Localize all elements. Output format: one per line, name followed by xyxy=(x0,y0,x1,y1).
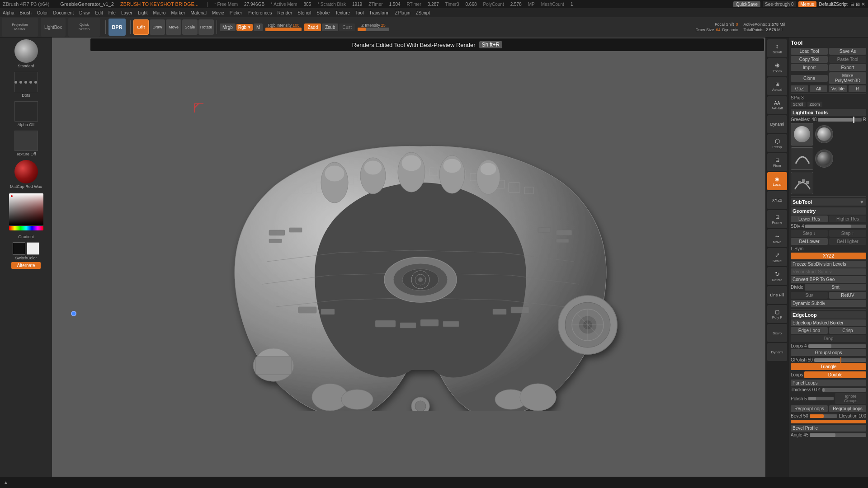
loops4-slider[interactable] xyxy=(808,344,866,348)
rgb-intensity-slider[interactable] xyxy=(265,28,302,31)
xyz2-btn[interactable]: XYZ2 xyxy=(791,253,866,259)
menu-macro[interactable]: Macro xyxy=(153,10,166,15)
menus-button[interactable]: Menus xyxy=(798,1,816,7)
projection-master-btn[interactable]: ProjectionMaster xyxy=(2,18,38,37)
regrouploops2-btn[interactable]: RegroupLoops xyxy=(829,405,866,412)
bridge-label[interactable]: ZBRUSH TO KEYSHOT BRIDGE... xyxy=(120,1,198,7)
double-btn[interactable]: Double xyxy=(804,371,866,378)
thickness-slider[interactable] xyxy=(822,388,866,392)
step-up-btn[interactable]: Step ↑ xyxy=(829,230,866,237)
cust-btn[interactable]: Cust xyxy=(339,23,355,31)
alpha-dots-preview[interactable] xyxy=(14,72,38,92)
panel-loops-btn[interactable]: Panel Loops xyxy=(791,380,866,386)
zoom-icon-btn[interactable]: ⊕ Zoom xyxy=(767,58,787,76)
menu-alpha[interactable]: Alpha xyxy=(3,10,14,15)
menu-zplugin[interactable]: ZPlugin xyxy=(395,10,410,15)
triangle-btn[interactable]: Triangle xyxy=(791,363,866,370)
rotate-btn[interactable]: Rotate xyxy=(198,19,214,35)
black-swatch[interactable] xyxy=(13,242,25,255)
rgb-select-btn[interactable]: Rgb ▼ xyxy=(236,24,253,31)
persp-icon-btn[interactable]: ⬡ Persp xyxy=(767,134,787,152)
zoom-btn[interactable]: Zoom xyxy=(807,102,822,107)
all-btn[interactable]: All xyxy=(810,85,827,92)
move-btn[interactable]: Move xyxy=(166,19,181,35)
defaultzscript-button[interactable]: DefaultZScript xyxy=(819,2,848,7)
dynamic2-icon-btn[interactable]: Dynami xyxy=(767,343,787,361)
menu-color[interactable]: Color xyxy=(37,10,48,15)
ignore-groups-btn[interactable]: Ignore Groups xyxy=(835,393,866,404)
menu-movie[interactable]: Movie xyxy=(212,10,224,15)
geometry-section-title[interactable]: Geometry xyxy=(791,207,866,215)
del-higher-btn[interactable]: Del Higher xyxy=(829,238,866,245)
mrgb-btn[interactable]: Mrgb xyxy=(220,23,236,31)
color-picker[interactable] xyxy=(9,193,43,225)
menu-light[interactable]: Light xyxy=(138,10,148,15)
smt-btn[interactable]: Smt xyxy=(805,284,866,291)
step-down-btn[interactable]: Step ↓ xyxy=(791,230,828,237)
local-icon-btn[interactable]: ◉ Local xyxy=(767,172,787,190)
lightbox-btn[interactable]: LightBox xyxy=(41,18,66,37)
eraser-brush-thumb[interactable] xyxy=(791,147,813,170)
regrouploops-btn[interactable]: RegroupLoops xyxy=(791,405,828,412)
save-as-btn[interactable]: Save As xyxy=(829,48,866,55)
goz-btn[interactable]: GoZ xyxy=(791,85,808,92)
seethrough-control[interactable]: See-through 0 xyxy=(763,1,795,7)
viewport[interactable] xyxy=(52,38,789,477)
draw-size-control[interactable]: Draw Size 64 Dynamic xyxy=(695,28,738,32)
menu-zscript[interactable]: ZScript xyxy=(416,10,430,15)
higher-res-btn[interactable]: Higher Res xyxy=(829,216,866,222)
simple-brush-thumb[interactable] xyxy=(791,123,813,145)
m-btn[interactable]: M xyxy=(254,23,263,31)
z-intensity-slider[interactable] xyxy=(358,28,389,31)
hue-bar[interactable] xyxy=(9,226,43,230)
del-lower-btn[interactable]: Del Lower xyxy=(791,238,828,245)
subtool-section-title[interactable]: SubTool ▼ xyxy=(791,198,866,206)
greebles-slider[interactable] xyxy=(818,118,862,122)
lower-res-btn[interactable]: Lower Res xyxy=(791,216,828,222)
material-preview[interactable] xyxy=(14,160,38,183)
menu-document[interactable]: Document xyxy=(53,10,74,15)
drop-btn[interactable]: Drop xyxy=(791,335,866,342)
focal-shift-control[interactable]: Focal Shift 0 xyxy=(715,22,738,27)
bevel-profile-btn[interactable]: Bevel Profile xyxy=(791,425,866,432)
r-btn[interactable]: R xyxy=(849,85,866,92)
bevel-slider[interactable] xyxy=(810,414,837,418)
menu-transform[interactable]: Transform xyxy=(369,10,389,15)
aahalf-icon-btn[interactable]: AA AAHalf xyxy=(767,96,787,114)
menu-marker[interactable]: Marker xyxy=(171,10,185,15)
menu-stroke[interactable]: Stroke xyxy=(316,10,330,15)
greeble-brush-thumb[interactable] xyxy=(791,172,813,194)
freeze-subdiv-btn[interactable]: Freeze SubDivision Levels xyxy=(791,261,866,267)
texture-off-preview[interactable] xyxy=(14,131,38,151)
retuv-btn[interactable]: RetUV xyxy=(829,292,866,299)
visible-btn[interactable]: Visible xyxy=(829,85,847,92)
quicksave-button[interactable]: QuickSave xyxy=(733,1,760,7)
paste-tool-btn[interactable]: Paste Tool xyxy=(829,56,866,63)
sculp-icon-btn[interactable]: Sculp xyxy=(767,324,787,342)
menu-texture[interactable]: Texture xyxy=(335,10,350,15)
alpha-brush-thumb[interactable] xyxy=(815,150,833,168)
menu-file[interactable]: File xyxy=(108,10,116,15)
export-btn[interactable]: Export xyxy=(829,64,866,71)
convert-bpr-btn[interactable]: Convert BPR To Geo xyxy=(791,276,866,283)
scale-icon-btn[interactable]: ⤢ Scale xyxy=(767,248,787,266)
menu-material[interactable]: Material xyxy=(191,10,207,15)
menu-layer[interactable]: Layer xyxy=(121,10,132,15)
menu-preferences[interactable]: Preferences xyxy=(248,10,272,15)
scroll-icon-btn[interactable]: ↕ Scroll xyxy=(767,39,787,57)
frame-icon-btn[interactable]: ⊡ Frame xyxy=(767,210,787,228)
edit-btn[interactable]: Edit xyxy=(133,19,149,35)
sdiv-slider[interactable] xyxy=(805,225,866,228)
draw-btn[interactable]: Draw xyxy=(150,19,165,35)
import-btn[interactable]: Import xyxy=(791,64,828,71)
zsub-btn[interactable]: Zsub xyxy=(322,23,338,31)
edge-loop-btn[interactable]: Edge Loop xyxy=(791,327,828,334)
alternate-btn[interactable]: Alternate xyxy=(11,262,40,269)
make-polymesh3d-btn[interactable]: Make PolyMesh3D xyxy=(829,72,866,84)
xyz-icon-btn[interactable]: XYZ2 xyxy=(767,191,787,209)
reconstruct-subdiv-btn[interactable]: Reconstruct Subdiv xyxy=(791,268,866,275)
menu-tool[interactable]: Tool xyxy=(355,10,363,15)
menu-picker[interactable]: Picker xyxy=(230,10,242,15)
alpha-off-preview[interactable] xyxy=(14,101,38,122)
crisp-btn[interactable]: Crisp xyxy=(829,327,866,334)
